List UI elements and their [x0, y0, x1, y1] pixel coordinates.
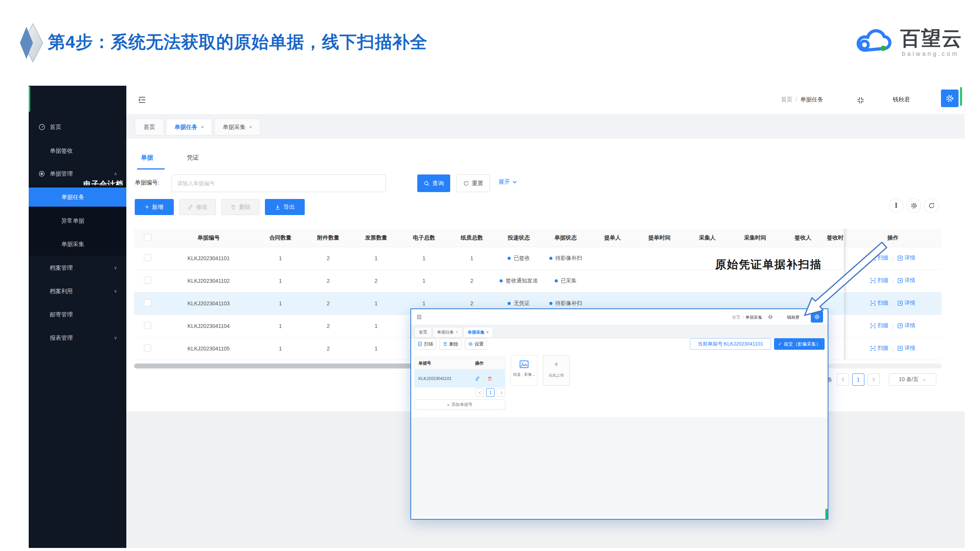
refresh-table-button[interactable] — [924, 198, 939, 213]
popup-settings-button[interactable]: 设置 — [465, 338, 487, 350]
chevron-right-icon — [872, 377, 875, 382]
sidebar-item-label: 单据管理 — [50, 170, 73, 178]
exit-fullscreen-icon[interactable] — [768, 315, 773, 320]
pagination-page-1[interactable]: 1 — [852, 373, 864, 386]
edit-button[interactable]: 修改 — [179, 199, 216, 215]
tab-doc-tasks[interactable]: 单据任务 × — [166, 119, 212, 135]
popup-col-code: 单据号 — [415, 360, 475, 366]
submit-image-collection-button[interactable]: ✓ 提交（影像采集） — [774, 338, 825, 350]
column-header: 附件数量 — [304, 229, 352, 247]
sidebar-item-label: 邮寄管理 — [50, 311, 73, 318]
tab-doc-collection[interactable]: 单据采集 × — [214, 119, 260, 135]
breadcrumb-separator: / — [795, 96, 797, 103]
sidebar-item-home[interactable]: 首页 — [29, 117, 126, 137]
green-artifact-right — [960, 87, 962, 106]
gear-icon — [468, 342, 473, 346]
sidebar-item-mail-management[interactable]: 邮寄管理 — [29, 305, 126, 324]
pagination-prev-button[interactable] — [837, 373, 849, 386]
popup-scan-label: 扫描 — [424, 341, 433, 347]
slide-title: 第4步：系统无法获取的原始单据，线下扫描补全 — [48, 31, 428, 54]
column-header: 电子总数 — [400, 229, 448, 247]
row-checkbox[interactable] — [144, 254, 151, 261]
export-button[interactable]: 导出 — [265, 199, 305, 215]
popup-pagination-next[interactable] — [497, 388, 505, 397]
status-dot — [508, 302, 511, 305]
sidebar-item-archive-management[interactable]: 档案管理 ∨ — [29, 258, 126, 277]
exit-fullscreen-icon[interactable] — [857, 96, 864, 104]
popup-pagination-page-1[interactable]: 1 — [486, 388, 495, 397]
chevron-down-icon: ∨ — [114, 335, 117, 341]
tab-label: 单据采集 — [468, 329, 485, 335]
row-detail-link[interactable]: 详情 — [897, 300, 915, 306]
row-scan-link[interactable]: 扫描 — [870, 345, 888, 352]
popup-doc-table: 单据号 操作 KLKJ2023041101 | — [414, 357, 505, 388]
search-button[interactable]: 查询 — [417, 174, 450, 192]
tab-doc-collection[interactable]: 单据采集 × — [463, 327, 493, 337]
breadcrumb-home[interactable]: 首页 — [732, 315, 740, 320]
sidebar-collapse-icon[interactable] — [416, 314, 422, 320]
chevron-left-icon — [841, 377, 845, 382]
export-button-label: 导出 — [284, 204, 295, 211]
close-icon[interactable]: × — [456, 330, 458, 334]
row-checkbox[interactable] — [144, 299, 151, 306]
sidebar-item-archive-usage[interactable]: 档案利用 ∨ — [29, 282, 126, 301]
upload-dropzone[interactable]: + 点此上传 — [543, 355, 570, 386]
text-size-tool-button[interactable]: I — [889, 198, 903, 213]
breadcrumb-separator: / — [742, 315, 743, 320]
reset-button[interactable]: 重置 — [456, 174, 490, 192]
annotation-text: 原始凭证单据补扫描 — [715, 257, 822, 272]
trash-icon[interactable] — [487, 376, 492, 381]
tab-doc-tasks[interactable]: 单据任务 × — [433, 327, 462, 337]
scanned-image-card[interactable]: 组盒 - 影像... — [511, 355, 537, 386]
delete-button[interactable]: 删除 — [221, 199, 260, 215]
subtab-voucher[interactable]: 凭证 — [187, 154, 199, 162]
sidebar-item-doc-tasks[interactable]: 单据任务 — [29, 187, 126, 207]
tab-home[interactable]: 首页 — [414, 327, 432, 337]
breadcrumb: 首页/单据采集 — [732, 315, 762, 320]
add-button[interactable]: + 新增 — [135, 199, 174, 215]
sidebar-collapse-icon[interactable] — [138, 96, 146, 104]
row-detail-link[interactable]: 详情 — [897, 277, 915, 284]
popup-table-row[interactable]: KLKJ2023041101 | — [414, 369, 505, 388]
close-icon[interactable]: × — [201, 124, 204, 130]
close-icon[interactable]: × — [249, 124, 252, 130]
row-checkbox[interactable] — [144, 277, 151, 284]
row-detail-link[interactable]: 详情 — [897, 345, 915, 352]
sidebar-item-doc-management[interactable]: 单据管理 ∧ — [29, 164, 126, 183]
reset-button-label: 重置 — [472, 180, 483, 187]
add-doc-number-button[interactable]: + 添加单据号 — [414, 399, 505, 410]
select-all-checkbox[interactable] — [144, 234, 151, 241]
popup-pagination-prev[interactable] — [475, 388, 484, 397]
sidebar-item-doc-collection[interactable]: 单据采集 — [29, 235, 126, 254]
close-icon[interactable]: × — [487, 330, 489, 334]
row-checkbox[interactable] — [144, 344, 151, 352]
subtab-docs[interactable]: 单据 — [141, 154, 153, 162]
row-detail-link[interactable]: 详情 — [897, 322, 915, 329]
column-settings-button[interactable] — [906, 198, 921, 213]
popup-footer-area — [411, 417, 828, 517]
column-header: 采集时间 — [731, 229, 779, 247]
sidebar-item-doc-sign[interactable]: 单据签收 — [29, 141, 126, 160]
chevron-up-icon: ∧ — [114, 171, 117, 176]
popup-delete-button[interactable]: 删除 — [439, 338, 462, 350]
sidebar-item-report-management[interactable]: 报表管理 ∨ — [29, 328, 126, 347]
row-scan-link[interactable]: 扫描 — [870, 322, 888, 329]
popup-scan-button[interactable]: 扫描 — [414, 338, 436, 350]
page-size-select[interactable]: 10 条/页 — [889, 373, 936, 386]
sidebar-item-abnormal-docs[interactable]: 异常单据 — [29, 211, 126, 230]
doc-number-input[interactable] — [172, 174, 386, 192]
breadcrumb-home[interactable]: 首页 — [781, 96, 792, 103]
pencil-icon[interactable] — [475, 376, 480, 381]
row-detail-link[interactable]: 详情 — [897, 254, 915, 261]
user-name[interactable]: 钱秋君 — [893, 96, 910, 103]
pagination-next-button[interactable] — [867, 373, 880, 386]
tab-home[interactable]: 首页 — [135, 119, 164, 135]
detail-icon — [897, 255, 903, 261]
settings-gear-button[interactable] — [941, 90, 959, 107]
baiwang-logo-domain: baiwang.com — [902, 51, 959, 57]
tab-label: 单据任务 — [437, 329, 454, 335]
search-button-label: 查询 — [433, 180, 444, 187]
expand-filters-link[interactable]: 展开 — [498, 178, 517, 186]
row-checkbox[interactable] — [144, 322, 151, 329]
popup-topbar: 首页/单据采集 钱秋君 — [411, 309, 828, 325]
